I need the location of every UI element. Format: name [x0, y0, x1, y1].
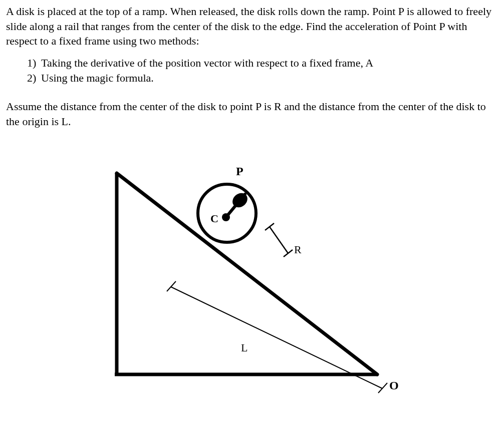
svg-line-7 — [270, 227, 288, 253]
svg-line-11 — [167, 281, 176, 291]
method-item: 2) Using the magic formula. — [27, 71, 498, 86]
method-text: Taking the derivative of the position ve… — [41, 56, 373, 71]
dimension-r-icon — [265, 223, 293, 257]
label-p: P — [236, 165, 243, 178]
label-c: C — [210, 212, 218, 225]
svg-line-9 — [284, 250, 293, 257]
method-number: 1) — [27, 56, 41, 71]
ramp-disk-figure: P C R L O — [97, 149, 407, 399]
figure-container: P C R L O — [6, 149, 498, 399]
method-text: Using the magic formula. — [41, 71, 154, 86]
method-number: 2) — [27, 71, 41, 86]
disk-icon — [198, 184, 256, 242]
label-r: R — [294, 243, 302, 256]
svg-line-12 — [378, 383, 387, 393]
method-list: 1) Taking the derivative of the position… — [27, 56, 498, 85]
label-o: O — [389, 379, 399, 392]
problem-intro: A disk is placed at the top of a ramp. W… — [6, 4, 498, 49]
method-item: 1) Taking the derivative of the position… — [27, 56, 498, 71]
svg-point-3 — [198, 184, 256, 242]
label-l: L — [241, 341, 247, 354]
svg-line-8 — [265, 223, 274, 230]
assumption-text: Assume the distance from the center of t… — [6, 99, 498, 129]
